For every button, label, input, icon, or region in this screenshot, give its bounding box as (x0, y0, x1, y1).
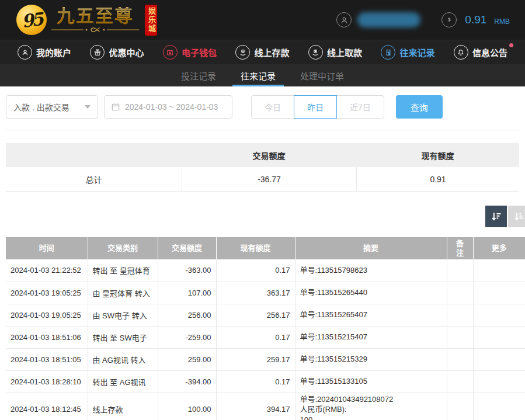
search-button[interactable]: 查询 (396, 95, 443, 119)
cell-summary: 单号:202401043492108072 人民币(RMB): 100 (295, 393, 447, 420)
cell-balance: 0.17 (216, 370, 295, 393)
transaction-type-value: 入款 . 出款交易 (13, 101, 69, 113)
deposit-icon (235, 45, 250, 60)
table-row: 2024-01-03 21:22:52 转出 至 皇冠体育 -363.00 0.… (6, 259, 525, 282)
nav-item-deposit[interactable]: 线上存款 (235, 45, 289, 60)
tab-betting-records[interactable]: 投注记录 (180, 64, 217, 86)
cell-summary: 单号:113515215329 (295, 348, 447, 370)
cell-summary: 单号:113515265440 (295, 282, 447, 304)
logo-flourish-icon (51, 27, 139, 33)
col-header-time: 时间 (6, 237, 88, 259)
col-header-more: 更多 (473, 237, 525, 259)
table-row: 2024-01-03 18:12:45 线上存款 100.00 394.17 单… (6, 393, 525, 420)
sort-ascending-button[interactable] (508, 206, 525, 227)
table-header-row: 时间 交易类别 交易额度 现有额度 摘要 备注 更多 (6, 237, 525, 259)
yesterday-button[interactable]: 昨日 (294, 95, 337, 119)
nav-label: 信息公告 (472, 46, 507, 58)
nav-item-announcements[interactable]: 信息公告 (454, 45, 507, 60)
cell-note (447, 393, 473, 420)
logo-badge-text: 95 (20, 8, 43, 31)
last7days-button[interactable]: 近7日 (336, 95, 384, 119)
calendar-icon (111, 102, 120, 112)
nav-label: 优惠中心 (109, 46, 144, 58)
user-icon (18, 45, 32, 60)
today-button[interactable]: 今日 (251, 95, 294, 119)
nav-item-transactions[interactable]: 往来记录 (381, 45, 434, 60)
cell-balance: 363.17 (216, 282, 295, 304)
cell-time: 2024-01-03 21:22:52 (6, 259, 88, 282)
col-header-balance: 现有额度 (216, 237, 295, 259)
cell-time: 2024-01-03 18:28:10 (6, 370, 88, 393)
summary-header-amount: 交易额度 (182, 150, 356, 161)
page-root: 95 九五至尊 娱乐城 (0, 0, 525, 420)
cell-more[interactable] (473, 326, 525, 348)
cell-type: 转出 至 SW电子 (88, 326, 158, 348)
filter-row: 入款 . 出款交易 2024-01-03 ~ 2024-01-03 今日 昨日 … (0, 86, 525, 119)
cell-time: 2024-01-03 18:51:05 (6, 348, 88, 370)
cell-amount: -394.00 (158, 370, 216, 393)
cell-amount: 256.00 (158, 304, 216, 326)
nav-label: 往来记录 (399, 46, 434, 58)
withdraw-icon (308, 45, 323, 60)
nav-item-promotions[interactable]: 优惠中心 (90, 45, 144, 60)
summary-total-row: 总计 -36.77 0.91 (6, 167, 519, 192)
cell-amount: 259.00 (158, 348, 216, 370)
user-avatar-icon[interactable] (336, 12, 352, 27)
nav-label: 电子钱包 (182, 46, 217, 58)
cell-more[interactable] (473, 348, 525, 370)
cell-time: 2024-01-03 19:05:25 (6, 304, 88, 326)
nav-item-my-account[interactable]: 我的账户 (18, 45, 71, 60)
cell-amount: -363.00 (158, 259, 216, 282)
summary-header-balance: 现有额度 (356, 150, 519, 161)
logo-95-icon: 95 (16, 5, 47, 35)
date-range-picker[interactable]: 2024-01-03 ~ 2024-01-03 (104, 95, 232, 119)
cell-time: 2024-01-03 19:05:25 (6, 282, 88, 304)
cell-summary: 单号:113515798623 (295, 259, 447, 282)
balance-amount: 0.91 (465, 13, 486, 26)
summary-total-amount: -36.77 (182, 167, 356, 191)
cell-note (447, 348, 473, 370)
cell-type: 线上存款 (88, 393, 158, 420)
tab-processing-orders[interactable]: 处理中订单 (299, 64, 345, 86)
cell-more[interactable] (473, 393, 525, 420)
cell-note (447, 326, 473, 348)
cell-more[interactable] (473, 304, 525, 326)
col-header-summary: 摘要 (295, 237, 447, 259)
bell-icon (454, 45, 468, 60)
nav-item-withdraw[interactable]: 线上取款 (308, 45, 362, 60)
records-icon (381, 45, 395, 60)
summary-total-balance: 0.91 (356, 167, 519, 191)
cell-more[interactable] (473, 370, 525, 393)
sort-descending-button[interactable] (485, 206, 507, 227)
cell-amount: -259.00 (158, 326, 216, 348)
cell-more[interactable] (473, 282, 525, 304)
cell-type: 由 AG视讯 转入 (88, 348, 158, 370)
cell-note (447, 259, 473, 282)
summary-total-label: 总计 (6, 173, 182, 185)
cell-balance: 0.17 (216, 259, 295, 282)
table-row: 2024-01-03 19:05:25 由 SW电子 转入 256.00 256… (6, 304, 525, 326)
cell-more[interactable] (473, 259, 525, 282)
tab-transaction-records[interactable]: 往来记录 (239, 64, 277, 86)
cell-note (447, 304, 473, 326)
cell-amount: 100.00 (158, 393, 216, 420)
sort-asc-icon (513, 211, 525, 223)
cell-type: 由 皇冠体育 转入 (88, 282, 158, 304)
cell-balance: 256.17 (216, 304, 295, 326)
nav-label: 线上存款 (254, 46, 289, 58)
cell-note (447, 282, 473, 304)
nav-item-ewallet[interactable]: 电子钱包 (163, 45, 217, 60)
cell-type: 由 SW电子 转入 (88, 304, 158, 326)
nav-label: 线上取款 (327, 46, 362, 58)
cell-note (447, 370, 473, 393)
logo-brand-text: 九五至尊 (57, 7, 134, 26)
sort-controls (0, 206, 525, 227)
cell-summary: 单号:113515133105 (295, 370, 447, 393)
site-logo[interactable]: 95 九五至尊 娱乐城 (16, 5, 157, 36)
table-row: 2024-01-03 18:51:06 转出 至 SW电子 -259.00 0.… (6, 326, 525, 348)
col-header-type: 交易类别 (88, 237, 158, 259)
table-row: 2024-01-03 18:28:10 转出 至 AG视讯 -394.00 0.… (6, 370, 525, 393)
cell-balance: 394.17 (216, 393, 295, 420)
transaction-type-select[interactable]: 入款 . 出款交易 (6, 95, 98, 119)
table-row: 2024-01-03 19:05:25 由 皇冠体育 转入 107.00 363… (6, 282, 525, 304)
